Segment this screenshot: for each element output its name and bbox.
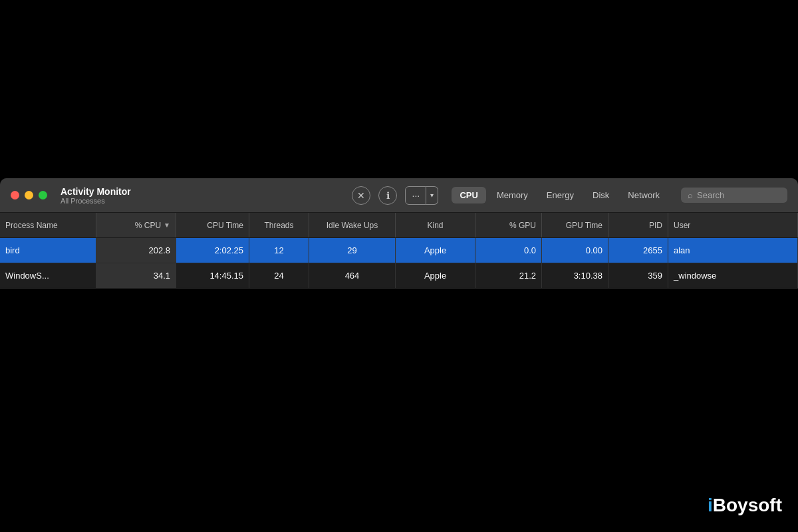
activity-monitor-window: Activity Monitor All Processes ✕ ℹ ··· ▾… (0, 178, 798, 289)
cell-gpu-time: 0.00 (542, 238, 608, 263)
col-header-cpu[interactable]: % CPU ▼ (96, 213, 176, 237)
titlebar: Activity Monitor All Processes ✕ ℹ ··· ▾… (0, 178, 798, 213)
table-row[interactable]: bird202.82:02.251229Apple0.00.002655alan (0, 238, 798, 263)
col-header-pid[interactable]: PID (608, 213, 668, 237)
search-bar[interactable]: ⌕ (681, 188, 787, 203)
cell-idle-wake: 29 (309, 238, 396, 263)
col-header-cpu-time[interactable]: CPU Time (176, 213, 249, 237)
search-input[interactable] (697, 190, 781, 200)
tab-bar: CPU Memory Energy Disk Network (452, 187, 668, 203)
minimize-button[interactable] (25, 191, 33, 200)
column-headers: Process Name % CPU ▼ CPU Time Threads Id… (0, 213, 798, 238)
cell-process-name: WindowS... (0, 263, 96, 288)
cell-gpu-time: 3:10.38 (542, 263, 608, 288)
info-button[interactable]: ℹ (378, 186, 397, 205)
cell-cpu: 34.1 (96, 263, 176, 288)
more-chevron-button[interactable]: ▾ (426, 186, 438, 205)
tab-cpu[interactable]: CPU (452, 187, 485, 203)
col-header-process-name[interactable]: Process Name (0, 213, 96, 237)
col-header-user[interactable]: User (668, 213, 798, 237)
cell-idle-wake: 464 (309, 263, 396, 288)
cell-kind: Apple (396, 263, 475, 288)
col-header-gpu[interactable]: % GPU (475, 213, 542, 237)
search-icon: ⌕ (688, 190, 693, 200)
watermark-i: i (708, 495, 713, 515)
cell-pid: 359 (608, 263, 668, 288)
tab-memory[interactable]: Memory (489, 187, 536, 203)
toolbar-icons: ✕ ℹ ··· ▾ (352, 186, 438, 205)
col-header-gpu-time[interactable]: GPU Time (542, 213, 608, 237)
process-table-body: bird202.82:02.251229Apple0.00.002655alan… (0, 238, 798, 289)
iboysoft-watermark: iBoysoft (708, 495, 782, 516)
close-button[interactable] (11, 191, 19, 200)
sort-arrow-icon: ▼ (164, 221, 170, 229)
cell-threads: 12 (249, 238, 309, 263)
cell-cpu-time: 14:45.15 (176, 263, 249, 288)
cell-pid: 2655 (608, 238, 668, 263)
cell-cpu-time: 2:02.25 (176, 238, 249, 263)
app-subtitle: All Processes (61, 197, 131, 205)
tab-network[interactable]: Network (620, 187, 668, 203)
traffic-lights (11, 191, 47, 200)
app-title: Activity Monitor (61, 186, 131, 197)
more-options-button[interactable]: ··· (405, 186, 426, 205)
table-row[interactable]: WindowS...34.114:45.1524464Apple21.23:10… (0, 263, 798, 289)
cell-gpu: 0.0 (475, 238, 542, 263)
col-header-kind[interactable]: Kind (396, 213, 475, 237)
cell-process-name: bird (0, 238, 96, 263)
tab-disk[interactable]: Disk (585, 187, 617, 203)
maximize-button[interactable] (39, 191, 47, 200)
cell-kind: Apple (396, 238, 475, 263)
more-button-group: ··· ▾ (405, 186, 438, 205)
col-header-threads[interactable]: Threads (249, 213, 309, 237)
close-process-button[interactable]: ✕ (352, 186, 370, 205)
col-header-idle-wake[interactable]: Idle Wake Ups (309, 213, 396, 237)
cell-cpu: 202.8 (96, 238, 176, 263)
cell-user: alan (668, 238, 798, 263)
tab-energy[interactable]: Energy (539, 187, 582, 203)
cell-gpu: 21.2 (475, 263, 542, 288)
cell-user: _windowse (668, 263, 798, 288)
watermark-brand: Boysoft (713, 495, 782, 515)
app-title-block: Activity Monitor All Processes (61, 186, 131, 205)
cell-threads: 24 (249, 263, 309, 288)
